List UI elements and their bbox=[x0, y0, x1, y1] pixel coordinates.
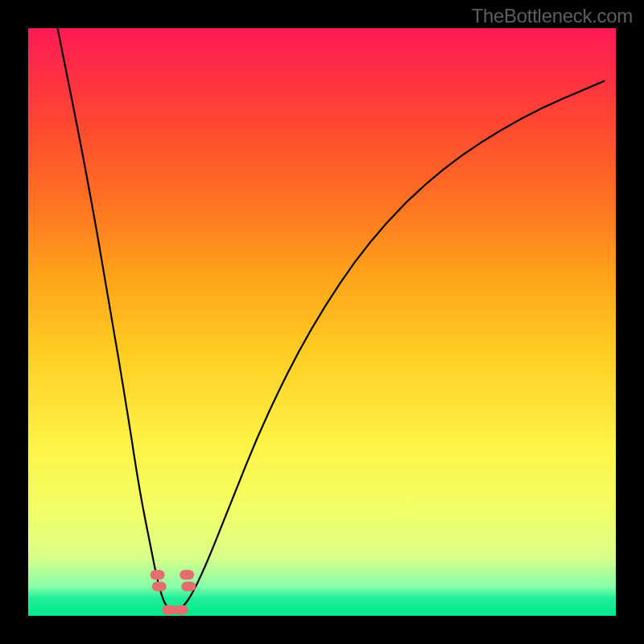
data-marker bbox=[181, 582, 196, 592]
data-marker bbox=[180, 570, 194, 580]
chart-frame: TheBottleneck.com bbox=[0, 0, 644, 644]
plot-area bbox=[28, 28, 616, 616]
curve-layer bbox=[28, 28, 616, 616]
data-marker bbox=[174, 605, 188, 615]
data-marker bbox=[152, 582, 167, 592]
data-marker bbox=[151, 570, 165, 580]
marker-group bbox=[151, 570, 196, 615]
bottleneck-curve bbox=[58, 28, 605, 611]
watermark-text: TheBottleneck.com bbox=[472, 5, 633, 27]
